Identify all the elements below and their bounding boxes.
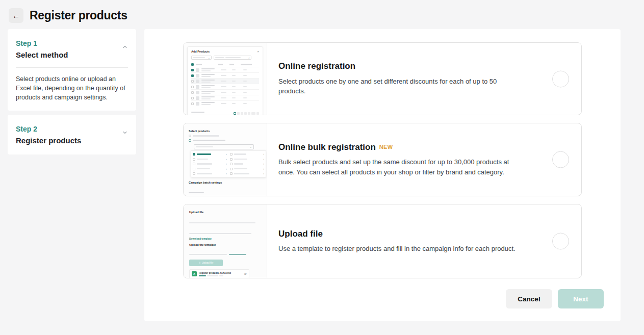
- divider: [16, 67, 128, 68]
- step-2-title: Register products: [16, 136, 81, 146]
- mini-table-row: [191, 89, 259, 95]
- upload-file-content: Upload file Use a template to register p…: [267, 204, 581, 278]
- mini-select-products-title: Select products: [189, 130, 262, 133]
- online-registration-content: Online registration Select products one …: [267, 43, 581, 115]
- step-2-card: Step 2 Register products: [8, 115, 136, 154]
- mini-product-table: [191, 62, 259, 106]
- mini-table-row: [191, 100, 259, 106]
- step-1-header[interactable]: Step 1 Select method: [16, 39, 128, 60]
- step-2-header[interactable]: Step 2 Register products: [16, 124, 128, 146]
- online-registration-thumbnail: Add Products × ⌄ ⌕: [184, 43, 267, 115]
- back-button[interactable]: ←: [9, 8, 23, 23]
- mini-table-row: [191, 84, 259, 89]
- option-upload-file[interactable]: Upload file Download template Upload the…: [183, 204, 582, 278]
- step-2-label: Step 2: [16, 124, 81, 134]
- step-1-label: Step 1: [16, 39, 68, 48]
- mini-file-card: X Register products XXXX.xlsx 🗊: [189, 269, 249, 278]
- mini-table-row: [191, 95, 259, 100]
- mini-category-dropdown: › › › › › › › › › ›: [191, 150, 266, 177]
- excel-file-icon: X: [192, 271, 197, 276]
- option-title: Upload file: [278, 229, 525, 239]
- option-title: Online registration: [278, 61, 525, 71]
- option-online-bulk-registration[interactable]: Select products ⌄ › › › › ›: [183, 123, 582, 196]
- mini-upload-title: Upload file: [189, 211, 261, 214]
- delete-file-icon: 🗊: [244, 272, 247, 275]
- mini-modal-title: Add Products: [191, 50, 210, 53]
- footer-actions: Cancel Next: [183, 289, 604, 308]
- mini-pagination-row: [191, 108, 259, 115]
- upload-file-thumbnail: Upload file Download template Upload the…: [184, 204, 267, 278]
- step-1-description: Select products online or upload an Exce…: [16, 74, 128, 102]
- mini-campaign-settings-title: Campaign batch settings: [189, 181, 262, 184]
- option-online-registration[interactable]: Add Products × ⌄ ⌕: [183, 42, 582, 115]
- arrow-left-icon: ←: [12, 11, 20, 20]
- mini-table-row: [191, 78, 259, 84]
- next-button[interactable]: Next: [558, 289, 604, 308]
- mini-filter-row: ⌄ ⌕: [191, 56, 259, 60]
- main-layout: Step 1 Select method Select products onl…: [8, 29, 644, 321]
- bulk-registration-thumbnail: Select products ⌄ › › › › ›: [184, 123, 267, 196]
- mini-table-row: [191, 67, 259, 72]
- mini-upload-button: ⇧ Upload file: [189, 260, 223, 266]
- upload-icon: ⇧: [199, 262, 201, 264]
- close-icon: ×: [257, 50, 259, 53]
- mini-download-template-link: Download template: [189, 238, 261, 240]
- option-description: Bulk select products and set up the same…: [278, 157, 519, 177]
- chevron-down-icon[interactable]: [122, 128, 128, 138]
- upload-mini-mock: Upload file Download template Upload the…: [184, 204, 267, 278]
- add-products-mini-modal: Add Products × ⌄ ⌕: [187, 46, 263, 115]
- online-registration-radio[interactable]: [552, 70, 569, 87]
- upload-file-radio[interactable]: [552, 233, 569, 250]
- chevron-up-icon[interactable]: [122, 43, 128, 52]
- option-description: Select products one by one and set diffe…: [278, 76, 519, 96]
- page-title: Register products: [30, 9, 127, 22]
- mini-table-row: [191, 72, 259, 78]
- bulk-mini-mock: Select products ⌄ › › › › ›: [184, 123, 267, 196]
- select-method-panel: Add Products × ⌄ ⌕: [144, 29, 621, 321]
- mini-file-name: Register products XXXX.xlsx: [199, 272, 242, 274]
- mini-upload-heading: Upload the template: [189, 243, 261, 246]
- page-header: ← Register products: [0, 0, 644, 29]
- step-1-card: Step 1 Select method Select products onl…: [8, 29, 136, 111]
- bulk-registration-radio[interactable]: [552, 151, 569, 168]
- bulk-registration-content: Online bulk registrationNEW Bulk select …: [267, 123, 581, 196]
- option-description: Use a template to register products and …: [278, 244, 519, 254]
- cancel-button[interactable]: Cancel: [506, 289, 552, 308]
- new-badge: NEW: [379, 144, 393, 150]
- steps-sidebar: Step 1 Select method Select products onl…: [8, 29, 136, 154]
- mini-category-select: ⌄: [194, 144, 254, 149]
- option-title: Online bulk registrationNEW: [278, 142, 525, 152]
- step-1-title: Select method: [16, 50, 68, 60]
